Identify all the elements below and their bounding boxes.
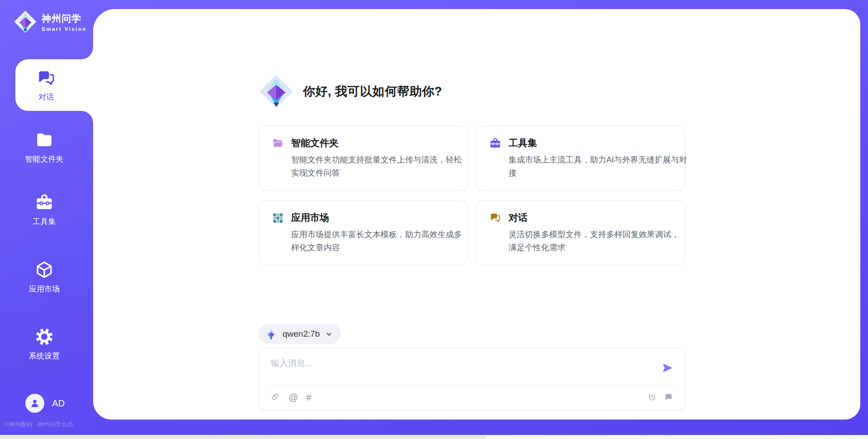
brand-logo-diamond-icon bbox=[14, 10, 37, 33]
sidebar: 神州问学 Smart Vision 对话 智能文件夹 bbox=[0, 0, 93, 439]
sidebar-item-label: 智能文件夹 bbox=[25, 154, 64, 164]
send-icon bbox=[662, 362, 674, 374]
user-initials: AD bbox=[52, 398, 65, 409]
chat-bubbles-icon bbox=[36, 68, 56, 88]
folder-open-icon bbox=[272, 137, 284, 149]
message-icon[interactable] bbox=[664, 392, 673, 402]
content-column: 你好, 我可以如何帮助你? 智能文件夹 智能文件夹功能支持批量文件上传与清洗，轻… bbox=[259, 9, 686, 420]
composer-tools: @ # bbox=[271, 392, 673, 402]
model-selector[interactable]: qwen2:7b bbox=[259, 324, 341, 344]
scrollbar-thumb[interactable] bbox=[0, 436, 486, 439]
model-name: qwen2:7b bbox=[283, 329, 320, 339]
paperclip-icon[interactable] bbox=[271, 392, 280, 402]
tab-curve-bottom bbox=[81, 111, 93, 123]
gear-icon bbox=[35, 327, 54, 346]
sidebar-item-toolset[interactable]: 工具集 bbox=[0, 193, 89, 227]
brand: 神州问学 Smart Vision bbox=[14, 10, 87, 33]
main-panel: 你好, 我可以如何帮助你? 智能文件夹 智能文件夹功能支持批量文件上传与清洗，轻… bbox=[93, 9, 860, 420]
chat-bubbles-icon bbox=[489, 212, 501, 224]
feature-cards: 智能文件夹 智能文件夹功能支持批量文件上传与清洗，轻松实现文件问答 工具集 集成… bbox=[259, 126, 685, 265]
card-smart-folders[interactable]: 智能文件夹 智能文件夹功能支持批量文件上传与清洗，轻松实现文件问答 bbox=[259, 126, 468, 191]
greeting: 你好, 我可以如何帮助你? bbox=[259, 74, 442, 109]
card-toolset[interactable]: 工具集 集成市场上主流工具，助力AI与外界无缝扩展与对接 bbox=[476, 126, 685, 191]
card-title: 工具集 bbox=[509, 137, 537, 149]
user-profile[interactable]: AD bbox=[25, 394, 65, 413]
brand-name: 神州问学 bbox=[42, 12, 87, 25]
person-icon bbox=[29, 397, 41, 409]
card-title: 对话 bbox=[509, 211, 528, 224]
card-chat[interactable]: 对话 灵活切换多模型文件，支持多样回复效果调试，满足个性化需求 bbox=[476, 200, 685, 265]
card-title: 应用市场 bbox=[291, 211, 329, 224]
card-description: 集成市场上主流工具，助力AI与外界无缝扩展与对接 bbox=[509, 153, 687, 180]
composer-divider bbox=[269, 386, 675, 386]
avatar bbox=[25, 394, 44, 413]
grid-icon bbox=[272, 212, 284, 224]
copyright-text: ©神州数码 · 神州问学出品 bbox=[5, 420, 73, 429]
card-app-market[interactable]: 应用市场 应用市场提供丰富长文本模板，助力高效生成多样化文章内容 bbox=[259, 200, 468, 265]
card-title: 智能文件夹 bbox=[291, 137, 339, 149]
toolbox-icon bbox=[35, 193, 54, 212]
message-input[interactable] bbox=[271, 358, 642, 382]
hash-icon[interactable]: # bbox=[306, 392, 311, 402]
brand-subtitle: Smart Vision bbox=[42, 26, 87, 32]
sidebar-item-label: 对话 bbox=[38, 92, 54, 102]
sidebar-item-label: 系统设置 bbox=[29, 351, 60, 361]
toolbox-icon bbox=[489, 137, 501, 149]
cube-icon bbox=[35, 260, 54, 279]
folder-icon bbox=[35, 130, 54, 149]
send-button[interactable] bbox=[661, 362, 674, 375]
sidebar-item-settings[interactable]: 系统设置 bbox=[0, 327, 89, 361]
message-composer: @ # bbox=[259, 348, 685, 410]
card-description: 灵活切换多模型文件，支持多样回复效果调试，满足个性化需求 bbox=[509, 228, 687, 254]
tab-curve-top bbox=[81, 48, 93, 59]
history-icon[interactable] bbox=[647, 392, 657, 402]
at-icon[interactable]: @ bbox=[288, 392, 298, 402]
chevron-down-icon bbox=[325, 330, 333, 338]
model-logo-diamond-icon bbox=[265, 328, 277, 340]
sidebar-item-smart-folders[interactable]: 智能文件夹 bbox=[0, 130, 89, 164]
card-description: 智能文件夹功能支持批量文件上传与清洗，轻松实现文件问答 bbox=[291, 153, 470, 180]
greeting-logo-diamond-icon bbox=[259, 74, 294, 109]
horizontal-scrollbar[interactable] bbox=[0, 435, 868, 439]
greeting-title: 你好, 我可以如何帮助你? bbox=[303, 83, 442, 100]
card-description: 应用市场提供丰富长文本模板，助力高效生成多样化文章内容 bbox=[291, 228, 470, 254]
sidebar-item-app-market[interactable]: 应用市场 bbox=[0, 260, 89, 294]
sidebar-item-label: 工具集 bbox=[33, 216, 56, 227]
sidebar-item-chat[interactable]: 对话 bbox=[15, 59, 93, 111]
sidebar-item-label: 应用市场 bbox=[29, 284, 60, 294]
